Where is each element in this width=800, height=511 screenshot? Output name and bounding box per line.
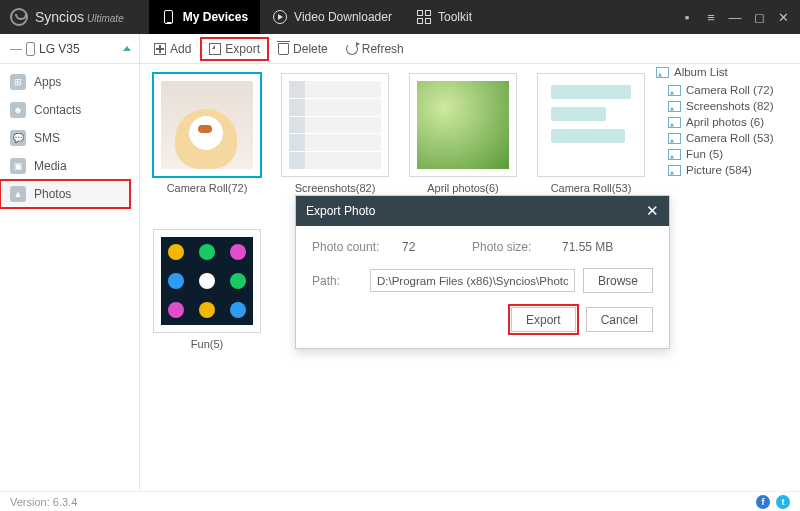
trash-icon (278, 43, 289, 55)
dialog-export-button[interactable]: Export (511, 307, 576, 332)
phone-icon (26, 42, 35, 56)
album-camera-roll-53[interactable]: Camera Roll(53) (538, 74, 644, 194)
sidebar-item-photos[interactable]: ▲Photos (0, 180, 130, 208)
list-item-label: Fun (5) (686, 148, 723, 160)
sidebar-item-label: Photos (34, 187, 71, 201)
sms-icon: 💬 (10, 130, 26, 146)
refresh-icon (346, 43, 358, 55)
facebook-icon[interactable]: f (756, 495, 770, 509)
dialog-title: Export Photo (306, 204, 375, 218)
sidebar-item-sms[interactable]: 💬SMS (0, 124, 139, 152)
sidebar: ⊞Apps ☻Contacts 💬SMS ▣Media ▲Photos (0, 64, 140, 491)
feedback-icon[interactable]: ▪ (680, 10, 694, 25)
chevron-up-icon (123, 46, 131, 51)
album-thumb (161, 237, 253, 325)
tab-my-devices[interactable]: My Devices (149, 0, 260, 34)
album-list-item[interactable]: Fun (5) (656, 146, 794, 162)
album-thumb (289, 81, 381, 169)
btn-label: Export (225, 42, 260, 56)
album-list-item[interactable]: Picture (584) (656, 162, 794, 178)
path-input[interactable] (370, 269, 575, 292)
photo-size-value: 71.55 MB (562, 240, 613, 254)
dialog-close-icon[interactable]: ✕ (646, 202, 659, 220)
album-list-panel: Album List Camera Roll (72) Screenshots … (650, 64, 800, 491)
album-list-item[interactable]: Camera Roll (72) (656, 82, 794, 98)
export-icon (209, 43, 221, 55)
album-list-item[interactable]: Screenshots (82) (656, 98, 794, 114)
app-edition: Ultimate (87, 13, 124, 24)
nav-label: My Devices (183, 10, 248, 24)
album-caption: Fun(5) (154, 338, 260, 350)
btn-label: Add (170, 42, 191, 56)
album-list-item[interactable]: April photos (6) (656, 114, 794, 130)
picture-icon (668, 149, 681, 160)
phone-icon (164, 10, 173, 24)
sidebar-item-contacts[interactable]: ☻Contacts (0, 96, 139, 124)
sidebar-item-label: SMS (34, 131, 60, 145)
list-item-label: Picture (584) (686, 164, 752, 176)
toolbar-row: — LG V35 Add Export Delete Refresh (0, 34, 800, 64)
menu-icon[interactable]: ≡ (704, 10, 718, 25)
album-camera-roll-72[interactable]: Camera Roll(72) (154, 74, 260, 194)
album-list-item[interactable]: Camera Roll (53) (656, 130, 794, 146)
toolbar: Add Export Delete Refresh (140, 38, 412, 60)
album-fun[interactable]: Fun(5) (154, 230, 260, 350)
version-label: Version: 6.3.4 (10, 496, 77, 508)
minimize-button[interactable]: — (728, 10, 742, 25)
twitter-icon[interactable]: t (776, 495, 790, 509)
photo-count-value: 72 (402, 240, 472, 254)
dialog-cancel-button[interactable]: Cancel (586, 307, 653, 332)
picture-icon (656, 67, 669, 78)
album-caption: Screenshots(82) (282, 182, 388, 194)
list-item-label: Camera Roll (53) (686, 132, 774, 144)
close-button[interactable]: ✕ (776, 10, 790, 25)
album-april-photos[interactable]: April photos(6) (410, 74, 516, 194)
sidebar-item-label: Media (34, 159, 67, 173)
btn-label: Delete (293, 42, 328, 56)
tab-toolkit[interactable]: Toolkit (404, 0, 484, 34)
picture-icon (668, 165, 681, 176)
apps-icon: ⊞ (10, 74, 26, 90)
tab-video-downloader[interactable]: Video Downloader (260, 0, 404, 34)
dialog-titlebar[interactable]: Export Photo ✕ (296, 196, 669, 226)
refresh-button[interactable]: Refresh (338, 38, 412, 60)
top-nav: My Devices Video Downloader Toolkit (149, 0, 484, 34)
maximize-button[interactable]: ◻ (752, 10, 766, 25)
picture-icon (668, 117, 681, 128)
album-screenshots[interactable]: Screenshots(82) (282, 74, 388, 194)
browse-button[interactable]: Browse (583, 268, 653, 293)
play-icon (273, 10, 287, 24)
sidebar-item-apps[interactable]: ⊞Apps (0, 68, 139, 96)
sidebar-item-label: Apps (34, 75, 61, 89)
device-selector[interactable]: — LG V35 (0, 34, 140, 63)
app-logo-icon (10, 8, 28, 26)
sidebar-item-photos-highlight: ▲Photos (0, 180, 130, 208)
contacts-icon: ☻ (10, 102, 26, 118)
album-thumb (417, 81, 509, 169)
picture-icon (668, 101, 681, 112)
sidebar-item-media[interactable]: ▣Media (0, 152, 139, 180)
picture-icon (668, 85, 681, 96)
list-item-label: Screenshots (82) (686, 100, 774, 112)
export-button[interactable]: Export (201, 38, 268, 60)
device-name: LG V35 (39, 42, 80, 56)
export-highlight: Export (511, 307, 576, 332)
export-photo-dialog: Export Photo ✕ Photo count: 72 Photo siz… (295, 195, 670, 349)
status-bar: Version: 6.3.4 f t (0, 491, 800, 511)
add-button[interactable]: Add (146, 38, 199, 60)
list-item-label: April photos (6) (686, 116, 764, 128)
nav-label: Video Downloader (294, 10, 392, 24)
picture-icon (668, 133, 681, 144)
list-item-label: Camera Roll (72) (686, 84, 774, 96)
sidebar-item-label: Contacts (34, 103, 81, 117)
album-caption: Camera Roll(53) (538, 182, 644, 194)
dialog-body: Photo count: 72 Photo size: 71.55 MB Pat… (296, 226, 669, 348)
toolkit-icon (417, 10, 431, 24)
photo-count-label: Photo count: (312, 240, 402, 254)
path-label: Path: (312, 274, 362, 288)
album-list-title: Album List (674, 66, 728, 78)
photos-icon: ▲ (10, 186, 26, 202)
album-list-header: Album List (656, 66, 794, 78)
album-thumb (161, 81, 253, 169)
delete-button[interactable]: Delete (270, 38, 336, 60)
